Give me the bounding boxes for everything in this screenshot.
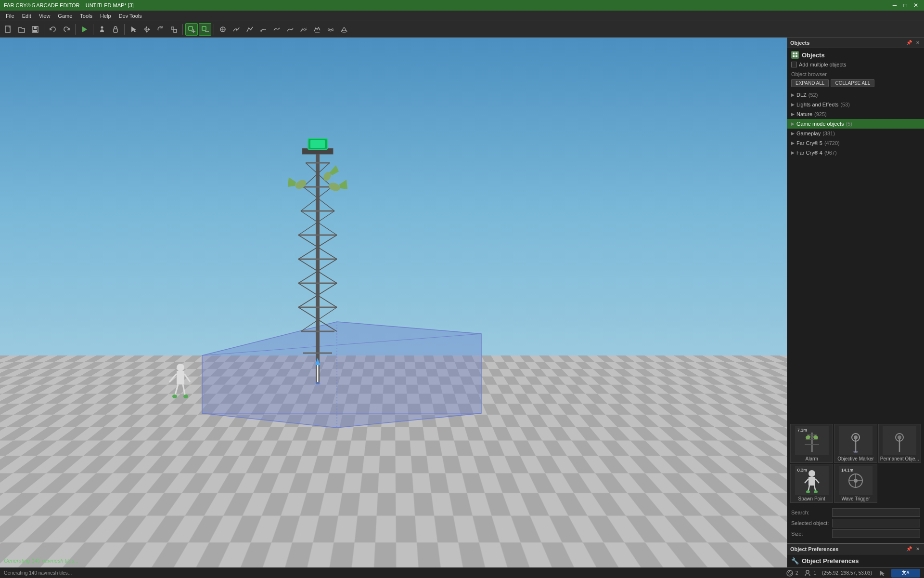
minimize-btn[interactable]: ─ — [890, 1, 899, 10]
selected-input[interactable] — [832, 519, 920, 527]
svg-point-78 — [854, 435, 858, 439]
prefs-pin-btn[interactable]: 📌 — [906, 546, 912, 552]
viewport[interactable]: Generating 140 navmesh tiles... — [0, 38, 787, 567]
right-panel: Objects 📌 ✕ Objects Add multiple objects… — [787, 38, 924, 567]
search-row: Search: — [791, 508, 920, 517]
objects-icon — [791, 51, 799, 59]
tree-area[interactable]: ▶ DLZ (52) ▶ Lights and Effects (53) ▶ N… — [787, 90, 924, 422]
tree-label-nature: Nature — [796, 111, 812, 117]
svg-line-85 — [805, 479, 808, 483]
menu-devtools[interactable]: Dev Tools — [115, 11, 146, 21]
tree-item-gameplay[interactable]: ▶ Gameplay (381) — [787, 129, 924, 138]
thumb-wave[interactable]: 14.1m Wave Trigger — [834, 464, 877, 503]
tool-figure[interactable] — [96, 23, 108, 36]
size-input[interactable] — [832, 529, 920, 538]
tool-rotate[interactable] — [154, 23, 167, 36]
menu-file[interactable]: File — [2, 11, 18, 21]
tool-open[interactable] — [15, 23, 28, 36]
thumb-label-spawn: Spawn Point — [792, 496, 832, 501]
tool-removeobj[interactable] — [199, 23, 211, 36]
thumb-permanent[interactable]: Permanent Obje... — [878, 424, 921, 463]
tree-item-gamemode[interactable]: ▶ Game mode objects (5) — [787, 119, 924, 129]
tree-item-dlz[interactable]: ▶ DLZ (52) — [787, 90, 924, 100]
panel-close-btn[interactable]: ✕ — [914, 39, 921, 46]
panel-pin-btn[interactable]: 📌 — [906, 39, 912, 46]
thumb-label-alarm: Alarm — [792, 456, 832, 461]
search-input[interactable] — [832, 508, 920, 517]
svg-rect-8 — [174, 29, 177, 32]
expand-all-btn[interactable]: EXPAND ALL — [791, 79, 829, 87]
tool-terrain7[interactable] — [297, 23, 310, 36]
tool-terrain2[interactable] — [230, 23, 243, 36]
tool-select[interactable] — [127, 23, 140, 36]
tool-terrain8[interactable] — [311, 23, 323, 36]
tree-label-gameplay: Gameplay — [796, 131, 821, 136]
size-row: Size: — [791, 529, 920, 538]
tree-count-farcry5: (4720) — [824, 140, 840, 146]
tool-save[interactable] — [29, 23, 41, 36]
coords-display: (255.92, 298.57, 53.03) — [822, 570, 872, 576]
tree-item-farcry5[interactable]: ▶ Far Cry® 5 (4720) — [787, 138, 924, 148]
tree-item-lights[interactable]: ▶ Lights and Effects (53) — [787, 100, 924, 109]
thumb-preview-wave: 14.1m — [839, 466, 873, 495]
corner-logo: 文A — [891, 569, 920, 578]
tool-water[interactable] — [324, 23, 337, 36]
menu-edit[interactable]: Edit — [18, 11, 35, 21]
add-multiple-checkbox[interactable] — [791, 62, 797, 67]
close-btn[interactable]: ✕ — [911, 1, 920, 10]
cursor-icon — [878, 569, 886, 577]
tree-arrow-lights: ▶ — [791, 102, 795, 107]
svg-point-23 — [177, 364, 184, 371]
thumb-spawn[interactable]: 0.3m Spawn Point — [790, 464, 833, 503]
sep6 — [214, 24, 214, 35]
svg-rect-12 — [202, 26, 206, 30]
tool-terrain4[interactable] — [257, 23, 270, 36]
status-message: Generating 140 navmesh tiles... — [4, 558, 78, 564]
thumbnail-grid: 7.1m Alarm — [787, 422, 924, 505]
menu-tools[interactable]: Tools — [76, 11, 96, 21]
tool-redo[interactable] — [60, 23, 73, 36]
thumb-preview-permanent — [883, 426, 916, 455]
tree-item-nature[interactable]: ▶ Nature (925) — [787, 109, 924, 119]
svg-marker-19 — [202, 322, 481, 428]
tree-count-nature: (925) — [814, 111, 827, 117]
titlebar-controls[interactable]: ─ □ ✕ — [890, 1, 920, 10]
svg-point-94 — [854, 479, 858, 483]
main-area: Generating 140 navmesh tiles... Objects … — [0, 38, 924, 567]
tool-move[interactable] — [141, 23, 153, 36]
selected-row: Selected object: — [791, 519, 920, 527]
add-multiple-row: Add multiple objects — [787, 61, 924, 70]
tool-terrain3[interactable] — [244, 23, 256, 36]
tool-undo[interactable] — [47, 23, 59, 36]
tool-decal[interactable] — [338, 23, 350, 36]
menu-view[interactable]: View — [35, 11, 54, 21]
tool-addobj[interactable] — [185, 23, 198, 36]
prefs-close-btn[interactable]: ✕ — [914, 546, 921, 552]
thumb-badge-spawn: 0.3m — [796, 467, 808, 473]
menu-game[interactable]: Game — [54, 11, 76, 21]
svg-point-96 — [806, 570, 809, 573]
svg-point-79 — [853, 451, 858, 453]
tool-terrain6[interactable] — [284, 23, 296, 36]
sep5 — [182, 24, 183, 35]
collapse-all-btn[interactable]: COLLAPSE ALL — [831, 79, 874, 87]
svg-point-82 — [898, 435, 901, 439]
thumb-objective[interactable]: Objective Marker — [834, 424, 877, 463]
tool-scale[interactable] — [167, 23, 180, 36]
tool-new[interactable] — [2, 23, 14, 36]
svg-rect-2 — [34, 26, 37, 29]
tree-item-farcry4[interactable]: ▶ Far Cry® 4 (967) — [787, 148, 924, 158]
tool-terrain5[interactable] — [270, 23, 283, 36]
size-label: Size: — [791, 531, 832, 537]
objects-panel-header: Objects 📌 ✕ — [787, 38, 924, 48]
menu-help[interactable]: Help — [96, 11, 115, 21]
svg-rect-67 — [796, 55, 797, 57]
thumb-badge-alarm: 7.1m — [796, 427, 808, 433]
sep4 — [124, 24, 125, 35]
tool-lock[interactable] — [109, 23, 122, 36]
maximize-btn[interactable]: □ — [901, 1, 910, 10]
sep2 — [75, 24, 76, 35]
tool-play[interactable] — [78, 23, 90, 36]
thumb-alarm[interactable]: 7.1m Alarm — [790, 424, 833, 463]
tool-terrain1[interactable] — [217, 23, 229, 36]
